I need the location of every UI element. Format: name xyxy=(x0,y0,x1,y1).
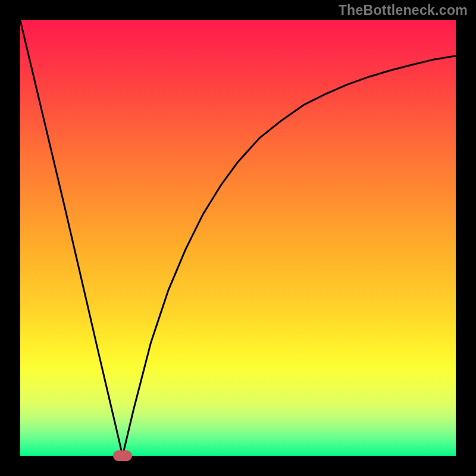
frame-border-left xyxy=(0,0,20,476)
minimum-marker xyxy=(113,450,132,461)
curve-path xyxy=(20,20,456,456)
plot-area xyxy=(20,20,456,456)
curve-svg xyxy=(20,20,456,456)
frame-border-right xyxy=(456,0,476,476)
watermark-text: TheBottleneck.com xyxy=(339,2,468,18)
chart-container: TheBottleneck.com xyxy=(0,0,476,476)
frame-border-bottom xyxy=(0,456,476,476)
